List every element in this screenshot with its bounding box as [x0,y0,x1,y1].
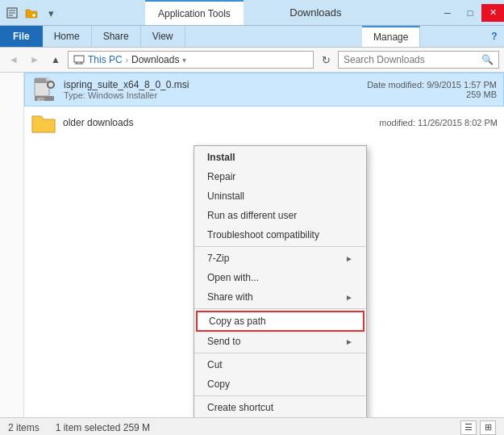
tab-share[interactable]: Share [92,26,141,47]
svg-rect-6 [74,56,84,62]
up-button[interactable]: ▲ [47,51,65,69]
msi-file-icon: MSI [31,77,57,102]
tab-home[interactable]: Home [43,26,92,47]
ctx-copy[interactable]: Copy [194,374,366,394]
status-bar: 2 items 1 item selected 259 M ☰ ⊞ [0,417,504,435]
ctx-run-as-different-user[interactable]: Run as different user [194,206,366,225]
path-dropdown[interactable]: ▾ [182,56,186,65]
folder-date-modified: modified: 11/26/2015 8:02 PM [379,118,498,128]
ctx-send-to[interactable]: Send to ► [194,332,366,351]
computer-icon [73,54,85,65]
msi-file-meta: Date modified: 9/9/2015 1:57 PM 259 MB [367,80,497,99]
path-downloads[interactable]: Downloads [131,54,179,65]
minimize-button[interactable]: ─ [436,4,459,22]
ctx-open-with[interactable]: Open with... [194,268,366,287]
address-bar: ◄ ► ▲ This PC › Downloads ▾ ↻ 🔍 [0,48,504,73]
forward-button[interactable]: ► [26,51,44,69]
refresh-button[interactable]: ↻ [317,51,335,69]
title-bar: ▾ Application Tools Downloads ─ □ ✕ [0,0,504,26]
status-view-controls: ☰ ⊞ [460,420,496,435]
ctx-7zip-label: 7-Zip [207,253,229,264]
ctx-send-to-label: Send to [207,336,240,347]
tab-view[interactable]: View [141,26,185,47]
msi-file-info: ispring_suite_x64_8_0_0.msi Type: Window… [64,79,360,100]
msi-date-modified: Date modified: 9/9/2015 1:57 PM [367,80,497,90]
ctx-sep-3 [194,353,366,353]
help-button[interactable]: ? [485,26,504,47]
folder-name: older downloads [63,117,373,128]
tab-file[interactable]: File [0,26,43,47]
window-controls: ─ □ ✕ [436,0,504,25]
msi-file-type: Type: Windows Installer [64,90,360,100]
selection-info: 1 item selected 259 M [56,422,150,433]
msi-file-size: 259 MB [367,90,497,99]
qat-dropdown-btn[interactable]: ▾ [42,4,60,22]
ctx-7zip[interactable]: 7-Zip ► [194,249,366,268]
folder-file-meta: modified: 11/26/2015 8:02 PM [379,118,498,128]
back-button[interactable]: ◄ [5,51,23,69]
ctx-share-with[interactable]: Share with ► [194,287,366,307]
ctx-share-with-arrow: ► [345,293,353,302]
item-count: 2 items [8,422,40,433]
ctx-create-shortcut[interactable]: Create shortcut [194,398,366,417]
ctx-troubleshoot[interactable]: Troubleshoot compatibility [194,225,366,245]
ctx-share-with-label: Share with [207,291,253,303]
maximize-button[interactable]: □ [459,4,481,22]
content-area: MSI ispring_suite_x64_8_0_0.msi Type: Wi… [24,73,504,417]
path-sep-1: › [126,56,128,65]
large-icons-view-button[interactable]: ⊞ [480,420,496,435]
ctx-repair[interactable]: Repair [194,167,366,186]
ctx-install[interactable]: Install [194,148,366,167]
search-box[interactable]: 🔍 [338,51,499,69]
tab-manage[interactable]: Manage [362,26,420,47]
window-title: Downloads [195,0,436,25]
details-view-button[interactable]: ☰ [460,420,477,435]
ctx-sep-2 [194,308,366,309]
ctx-send-to-arrow: ► [345,337,353,346]
file-item-msi[interactable]: MSI ispring_suite_x64_8_0_0.msi Type: Wi… [24,73,504,107]
folder-file-info: older downloads [63,117,373,128]
ctx-copy-as-path[interactable]: Copy as path [196,311,364,332]
ribbon: File Home Share View Manage ? [0,26,504,48]
ctx-sep-1 [194,246,366,247]
ctx-sep-4 [194,395,366,396]
search-icon[interactable]: 🔍 [481,54,494,65]
ctx-cut[interactable]: Cut [194,355,366,374]
properties-qat-btn[interactable] [3,4,21,22]
nav-pane [0,73,24,417]
close-button[interactable]: ✕ [481,4,504,22]
path-this-pc[interactable]: This PC [88,54,123,65]
ctx-uninstall[interactable]: Uninstall [194,186,366,206]
svg-text:MSI: MSI [37,97,44,102]
file-item-folder[interactable]: older downloads modified: 11/26/2015 8:0… [24,107,504,139]
address-path[interactable]: This PC › Downloads ▾ [68,51,314,69]
search-input[interactable] [344,54,481,65]
folder-icon [31,110,56,136]
ribbon-tabs: File Home Share View Manage ? [0,26,504,47]
new-folder-qat-btn[interactable] [23,4,40,22]
msi-file-name: ispring_suite_x64_8_0_0.msi [64,79,360,90]
ctx-7zip-arrow: ► [345,254,353,263]
quick-access-toolbar: ▾ [0,0,63,26]
explorer-body: MSI ispring_suite_x64_8_0_0.msi Type: Wi… [0,73,504,417]
svg-point-17 [48,82,53,87]
context-menu: Install Repair Uninstall Run as differen… [194,145,367,417]
